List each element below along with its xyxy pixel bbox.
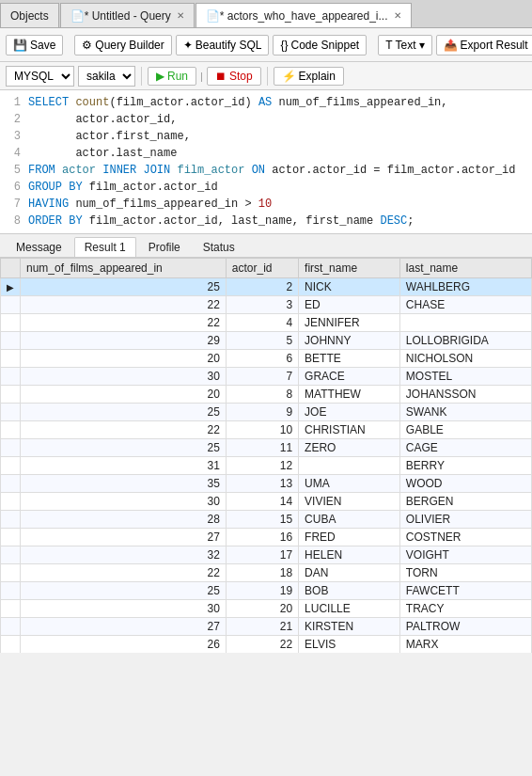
cell-num-films: 22 xyxy=(21,421,227,439)
cell-first-name: CUBA xyxy=(299,511,400,529)
schema-select[interactable]: sakila xyxy=(78,66,135,87)
table-row[interactable]: 3020LUCILLETRACY xyxy=(1,600,532,618)
cell-actor-id: 3 xyxy=(226,296,298,314)
row-marker xyxy=(1,439,21,457)
code-editor[interactable]: 1 SELECT count(film_actor.actor_id) AS n… xyxy=(0,90,532,234)
cell-actor-id: 13 xyxy=(226,475,298,493)
tab-bar: Objects 📄 * Untitled - Query ✕ 📄 * actor… xyxy=(0,0,532,28)
table-row[interactable]: 295JOHNNYLOLLOBRIGIDA xyxy=(1,332,532,350)
table-row[interactable]: 3014VIVIENBERGEN xyxy=(1,493,532,511)
table-row[interactable]: 2721KIRSTENPALTROW xyxy=(1,618,532,636)
close-tab-query[interactable]: ✕ xyxy=(177,10,184,21)
table-row[interactable]: 2511ZEROCAGE xyxy=(1,439,532,457)
cell-num-films: 20 xyxy=(21,350,227,368)
table-row[interactable]: 2210CHRISTIANGABLE xyxy=(1,421,532,439)
export-icon: 📤 xyxy=(444,39,458,52)
beautify-button[interactable]: ✦ Beautify SQL xyxy=(176,35,270,55)
table-row[interactable]: 206BETTENICHOLSON xyxy=(1,350,532,368)
cell-last-name: CHASE xyxy=(399,296,531,314)
cell-last-name: WAHLBERG xyxy=(399,278,531,296)
table-row[interactable]: 223EDCHASE xyxy=(1,296,532,314)
data-grid[interactable]: num_of_films_appeared_in actor_id first_… xyxy=(0,258,532,653)
table-row[interactable]: 307GRACEMOSTEL xyxy=(1,368,532,386)
cell-first-name: FRED xyxy=(299,529,400,546)
explain-button[interactable]: ⚡ Explain xyxy=(274,67,344,86)
tab-untitled-query[interactable]: 📄 * Untitled - Query ✕ xyxy=(60,3,195,27)
cell-actor-id: 14 xyxy=(226,493,298,511)
cell-last-name: OLIVIER xyxy=(399,511,531,529)
cell-actor-id: 15 xyxy=(226,511,298,529)
cell-first-name: NICK xyxy=(299,278,400,296)
cell-num-films: 32 xyxy=(21,546,227,564)
query-builder-button[interactable]: ⚙ Query Builder xyxy=(74,35,171,55)
objects-tab-label: Objects xyxy=(10,9,49,23)
cell-actor-id: 20 xyxy=(226,600,298,618)
table-row[interactable]: 259JOESWANK xyxy=(1,404,532,421)
cell-num-films: 20 xyxy=(21,386,227,404)
save-button[interactable]: 💾 Save xyxy=(6,35,63,55)
code-snippet-button[interactable]: {} Code Snippet xyxy=(273,35,367,55)
cell-last-name: WOOD xyxy=(399,475,531,493)
run-sep2 xyxy=(267,67,268,86)
header-last-name[interactable]: last_name xyxy=(399,259,531,278)
table-row[interactable]: 2218DANTORN xyxy=(1,564,532,582)
cell-first-name: BETTE xyxy=(299,350,400,368)
tab-objects[interactable]: Objects xyxy=(0,3,59,27)
code-line-3: 3 actor.first_name, xyxy=(0,128,532,145)
table-row[interactable]: 3513UMAWOOD xyxy=(1,475,532,493)
tab-status[interactable]: Status xyxy=(193,237,245,257)
code-line-7: 7 HAVING num_of_films_appeared_in > 10 xyxy=(0,196,532,213)
code-line-8: 8 ORDER BY film_actor.actor_id, last_nam… xyxy=(0,213,532,230)
header-first-name[interactable]: first_name xyxy=(299,259,400,278)
table-row[interactable]: 2622ELVISMARX xyxy=(1,636,532,654)
cell-actor-id: 12 xyxy=(226,457,298,475)
cell-first-name: ED xyxy=(299,296,400,314)
tab-message[interactable]: Message xyxy=(6,237,72,257)
cell-num-films: 25 xyxy=(21,278,227,296)
table-row[interactable]: 3217HELENVOIGHT xyxy=(1,546,532,564)
cell-num-films: 22 xyxy=(21,296,227,314)
table-row[interactable]: 208MATTHEWJOHANSSON xyxy=(1,386,532,404)
cell-num-films: 30 xyxy=(21,600,227,618)
cell-num-films: 25 xyxy=(21,439,227,457)
db-type-select[interactable]: MYSQL xyxy=(6,66,74,87)
row-marker xyxy=(1,529,21,546)
result-tabs: Message Result 1 Profile Status xyxy=(0,234,532,258)
header-num-films[interactable]: num_of_films_appeared_in xyxy=(21,259,227,278)
row-marker xyxy=(1,457,21,475)
cell-last-name: COSTNER xyxy=(399,529,531,546)
cell-first-name: ELVIS xyxy=(299,636,400,654)
tab-profile[interactable]: Profile xyxy=(138,237,191,257)
cell-last-name: JOHANSSON xyxy=(399,386,531,404)
stop-button[interactable]: ⏹ Stop xyxy=(207,67,261,86)
cell-actor-id: 5 xyxy=(226,332,298,350)
cell-last-name: VOIGHT xyxy=(399,546,531,564)
cell-first-name: BOB xyxy=(299,582,400,600)
table-row[interactable]: ▶252NICKWAHLBERG xyxy=(1,278,532,296)
tab-result1[interactable]: Result 1 xyxy=(74,237,136,257)
text-icon: T xyxy=(385,39,392,52)
cell-actor-id: 6 xyxy=(226,350,298,368)
export-button[interactable]: 📤 Export Result xyxy=(436,35,532,55)
close-tab-actors[interactable]: ✕ xyxy=(394,10,401,21)
header-actor-id[interactable]: actor_id xyxy=(226,259,298,278)
text-button[interactable]: T Text ▾ xyxy=(378,35,431,55)
row-marker xyxy=(1,404,21,421)
tab-actors-query[interactable]: 📄 * actors_who_have_appeared_i... ✕ xyxy=(196,3,412,27)
row-marker xyxy=(1,350,21,368)
cell-last-name: MOSTEL xyxy=(399,368,531,386)
cell-last-name: NICHOLSON xyxy=(399,350,531,368)
run-toolbar: MYSQL sakila ▶ Run | ⏹ Stop ⚡ Explain xyxy=(0,62,532,90)
row-marker: ▶ xyxy=(1,278,21,296)
table-row[interactable]: 2815CUBAOLIVIER xyxy=(1,511,532,529)
table-row[interactable]: 2519BOBFAWCETT xyxy=(1,582,532,600)
main-toolbar: 💾 Save ⚙ Query Builder ✦ Beautify SQL {}… xyxy=(0,28,532,62)
cell-last-name: FAWCETT xyxy=(399,582,531,600)
row-marker xyxy=(1,314,21,332)
cell-last-name: LOLLOBRIGIDA xyxy=(399,332,531,350)
table-row[interactable]: 3112BERRY xyxy=(1,457,532,475)
run-button[interactable]: ▶ Run xyxy=(148,67,196,86)
cell-actor-id: 7 xyxy=(226,368,298,386)
table-row[interactable]: 2716FREDCOSTNER xyxy=(1,529,532,546)
table-row[interactable]: 224JENNIFER xyxy=(1,314,532,332)
